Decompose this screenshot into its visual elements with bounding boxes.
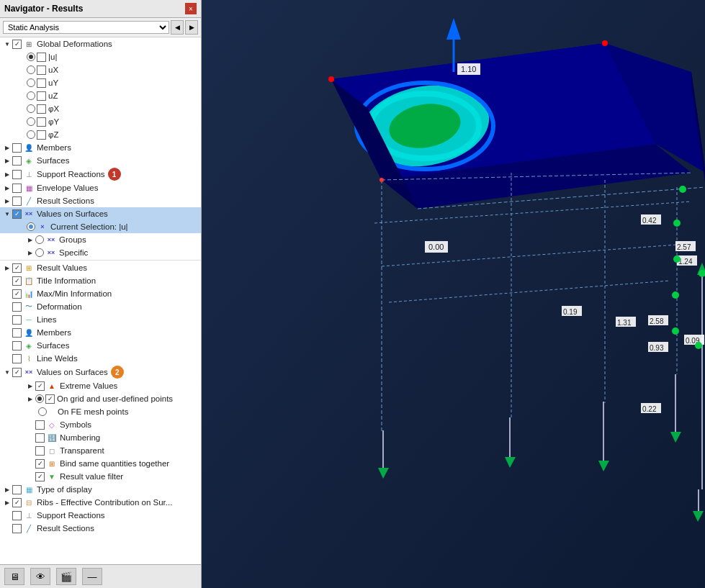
tree-item-groups[interactable]: ▶ ×× Groups: [0, 233, 201, 246]
tree-item-on-fe-mesh[interactable]: On FE mesh points: [0, 405, 201, 418]
radio-og[interactable]: [35, 394, 44, 403]
close-button[interactable]: ×: [185, 3, 197, 14]
chk-bind[interactable]: [35, 459, 45, 469]
tree-item-numbering[interactable]: 🔢 Numbering: [0, 431, 201, 444]
tree-item-values-on-surfaces[interactable]: ▼ ×× Values on Surfaces: [0, 207, 201, 220]
tree-item-support2[interactable]: ⊥ Support Reactions: [0, 509, 201, 522]
tree-item-maxmin[interactable]: 📊 Max/Min Information: [0, 287, 201, 300]
tree-item-members2[interactable]: 👤 Members: [0, 326, 201, 339]
tree-item-specific[interactable]: ▶ ×× Specific: [0, 246, 201, 259]
chk-transparent[interactable]: [35, 446, 45, 456]
chk-phiy[interactable]: [37, 117, 46, 127]
panel-header: Navigator - Results ×: [0, 0, 201, 18]
footer-btn-dash[interactable]: —: [82, 568, 102, 585]
chk-lines[interactable]: [12, 315, 22, 325]
members2-icon: 👤: [23, 327, 35, 338]
chk-rf[interactable]: [35, 472, 45, 481]
chk-result-sections[interactable]: [12, 196, 22, 206]
phix-label: φX: [48, 104, 59, 113]
deformation-label: Deformation: [37, 302, 82, 311]
nav-prev-button[interactable]: ◀: [171, 20, 184, 35]
chk-symbols[interactable]: [35, 420, 45, 430]
radio-ux[interactable]: [27, 65, 35, 74]
ev-label: Extreme Values: [60, 381, 117, 390]
support-icon: ⊥: [23, 169, 35, 179]
tree-item-current-selection[interactable]: × Current Selection: |u|: [0, 220, 201, 233]
tree-item-global-deformations[interactable]: ▼ ⊞ Global Deformations: [0, 37, 201, 50]
tree-item-vos2[interactable]: ▼ ×× Values on Surfaces 2: [0, 365, 201, 379]
chk-surfaces[interactable]: [12, 156, 22, 166]
tree-item-on-grid[interactable]: ▶ On grid and user-defined points: [0, 392, 201, 405]
tree-item-uz[interactable]: uZ: [0, 89, 201, 102]
chk-support[interactable]: [12, 170, 22, 179]
tree-item-extreme-values[interactable]: ▶ ▲ Extreme Values: [0, 379, 201, 392]
tree-item-surfaces[interactable]: ▶ ◈ Surfaces: [0, 154, 201, 167]
tree-item-uy[interactable]: uY: [0, 76, 201, 89]
tree-item-rs2[interactable]: ╱ Result Sections: [0, 522, 201, 535]
chk-envelope[interactable]: [12, 184, 22, 193]
radio-u-abs[interactable]: [27, 53, 35, 61]
tree-item-result-filter[interactable]: ▼ Result value filter: [0, 470, 201, 483]
radio-groups[interactable]: [35, 235, 44, 244]
tree-item-phix[interactable]: φX: [0, 102, 201, 115]
tree-item-members[interactable]: ▶ 👤 Members: [0, 141, 201, 154]
tree-item-title-info[interactable]: 📋 Title Information: [0, 274, 201, 287]
tree-item-symbols[interactable]: ◇ Symbols: [0, 418, 201, 431]
chk-linewelds[interactable]: [12, 354, 22, 363]
radio-phiy[interactable]: [27, 117, 35, 126]
tree-item-type-display[interactable]: ▶ ▦ Type of display: [0, 483, 201, 496]
radio-uz[interactable]: [27, 91, 35, 100]
chk-numbering[interactable]: [35, 433, 45, 443]
chk-ti[interactable]: [12, 276, 22, 286]
checkbox-global[interactable]: [12, 40, 22, 49]
chk-ux[interactable]: [37, 65, 46, 75]
tree-item-u-abs[interactable]: |u|: [0, 50, 201, 63]
tree-item-ribs[interactable]: ▶ ⊟ Ribs - Effective Contribution on Sur…: [0, 496, 201, 509]
tree-item-linewelds[interactable]: ⌇ Line Welds: [0, 352, 201, 365]
tree-item-deformation[interactable]: 〜 Deformation: [0, 300, 201, 313]
tree-item-envelope[interactable]: ▶ ▦ Envelope Values: [0, 181, 201, 194]
chk-ribs[interactable]: [12, 498, 22, 507]
radio-phiz[interactable]: [27, 130, 35, 139]
footer-btn-eye[interactable]: 👁: [30, 568, 50, 585]
tree-item-result-values[interactable]: ▶ ⊞ Result Values: [0, 261, 201, 274]
chk-rv[interactable]: [12, 263, 22, 273]
footer-btn-screen[interactable]: 🖥: [4, 568, 24, 585]
chk-members[interactable]: [12, 143, 22, 153]
chk-surfaces2[interactable]: [12, 341, 22, 350]
chk-uy[interactable]: [37, 78, 46, 88]
radio-phix[interactable]: [27, 104, 35, 113]
chk-td[interactable]: [12, 485, 22, 494]
chk-uz[interactable]: [37, 91, 46, 101]
chk-ev[interactable]: [35, 381, 45, 391]
chk-members2[interactable]: [12, 328, 22, 338]
footer-btn-camera[interactable]: 🎬: [56, 568, 76, 585]
tree-item-transparent[interactable]: ◻ Transparent: [0, 444, 201, 457]
chk-deformation[interactable]: [12, 302, 22, 312]
chk-phiz[interactable]: [37, 130, 46, 140]
analysis-dropdown[interactable]: Static Analysis: [3, 21, 169, 34]
radio-specific[interactable]: [35, 248, 44, 257]
tree-item-surfaces2[interactable]: ◈ Surfaces: [0, 339, 201, 352]
tree-item-ux[interactable]: uX: [0, 63, 201, 76]
chk-vos2[interactable]: [12, 368, 22, 377]
tree-item-support-reactions[interactable]: ▶ ⊥ Support Reactions 1: [0, 167, 201, 181]
radio-fe[interactable]: [38, 407, 47, 416]
chk-u-abs[interactable]: [37, 53, 46, 62]
chk-vos[interactable]: [12, 209, 22, 219]
radio-current-sel[interactable]: [27, 222, 35, 231]
chk-mm[interactable]: [12, 289, 22, 299]
tree-item-bind-same[interactable]: ⊞ Bind same quantities together: [0, 457, 201, 470]
chk-og[interactable]: [45, 394, 55, 404]
tree-item-lines[interactable]: ─ Lines: [0, 313, 201, 326]
rf-label: Result value filter: [60, 472, 123, 481]
tree-item-result-sections[interactable]: ▶ ╱ Result Sections: [0, 194, 201, 207]
chk-rs2[interactable]: [12, 524, 22, 533]
tree-item-phiy[interactable]: φY: [0, 115, 201, 128]
chk-sup2[interactable]: [12, 511, 22, 520]
chk-phix[interactable]: [37, 104, 46, 114]
rv-label: Result Values: [37, 263, 87, 272]
tree-item-phiz[interactable]: φZ: [0, 128, 201, 141]
nav-next-button[interactable]: ▶: [185, 20, 198, 35]
radio-uy[interactable]: [27, 78, 35, 87]
